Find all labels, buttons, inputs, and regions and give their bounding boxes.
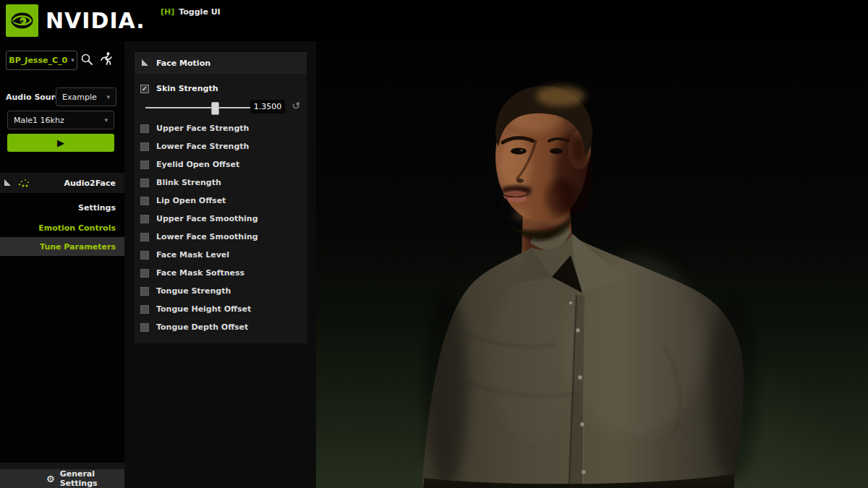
checkbox-checked[interactable]: ✓ — [140, 85, 149, 93]
sidebar-item-tune-parameters[interactable]: Tune Parameters — [0, 237, 124, 256]
sidebar: BP_Jesse_C_0 ▾ Audio Source Example ▾ — [0, 41, 124, 488]
checkbox[interactable] — [140, 233, 149, 241]
skin-strength-slider-row: 1.3500 ↺ — [135, 98, 307, 118]
running-person-icon — [99, 51, 114, 66]
param-label: Tongue Strength — [156, 286, 231, 296]
sidebar-item-emotion-controls[interactable]: Emotion Controls — [0, 218, 124, 237]
checkbox[interactable] — [140, 124, 149, 133]
param-label: Tongue Depth Offset — [156, 322, 248, 332]
slider-thumb[interactable] — [211, 102, 219, 115]
slider-value-field[interactable]: 1.3500 — [250, 100, 285, 114]
search-button[interactable] — [79, 51, 95, 67]
param-row: Tongue Depth Offset — [135, 318, 307, 336]
collapse-triangle-icon — [4, 179, 12, 187]
play-button[interactable]: ▶ — [7, 134, 114, 152]
audio2face-section-header[interactable]: Audio2Face — [0, 173, 124, 193]
checkbox[interactable] — [140, 197, 149, 205]
checkbox[interactable] — [140, 323, 149, 332]
param-row: Tongue Strength — [135, 282, 307, 300]
param-label: Face Mask Level — [156, 250, 229, 260]
play-icon: ▶ — [57, 137, 64, 148]
checkbox[interactable] — [140, 215, 149, 223]
reset-icon[interactable]: ↺ — [292, 100, 300, 111]
param-row: Face Mask Level — [135, 246, 307, 264]
nvidia-logo: NVIDIA. — [6, 4, 145, 37]
sidebar-item-settings[interactable]: Settings — [0, 198, 124, 217]
panel-title: Face Motion — [156, 59, 210, 68]
param-row: Lower Face Strength — [135, 137, 307, 155]
param-label: Face Mask Softness — [156, 268, 244, 278]
toggle-ui-button[interactable]: [H]Toggle UI — [161, 7, 221, 17]
sidebar-bottom-strip — [0, 463, 124, 469]
param-row-skin-strength: ✓ Skin Strength — [135, 80, 307, 98]
preset-dropdown[interactable]: BP_Jesse_C_0 ▾ — [6, 51, 77, 70]
param-row: Blink Strength — [135, 174, 307, 192]
param-row: Upper Face Strength — [135, 119, 307, 137]
face-motion-panel: Face Motion ✓ Skin Strength 1.3500 ↺ Upp… — [135, 52, 307, 343]
preset-value: BP_Jesse_C_0 — [9, 56, 67, 65]
param-label: Upper Face Strength — [156, 124, 249, 133]
checkbox[interactable] — [140, 269, 149, 278]
checkbox[interactable] — [140, 251, 149, 260]
checkbox[interactable] — [140, 305, 149, 314]
app-window: NVIDIA. [H]Toggle UI BP_Jesse_C_0 ▾ — [0, 0, 868, 488]
toggle-ui-label: Toggle UI — [179, 7, 220, 17]
sidebar-item-label: Settings — [78, 203, 116, 213]
checkbox[interactable] — [140, 287, 149, 296]
param-label: Blink Strength — [156, 178, 221, 187]
chevron-down-icon: ▾ — [106, 94, 110, 100]
general-settings-label: General Settings — [60, 469, 124, 488]
collapse-triangle-icon — [142, 59, 149, 67]
character-pose-button[interactable] — [98, 51, 114, 67]
param-label: Lower Face Strength — [156, 142, 249, 151]
param-row: Lip Open Offset — [135, 192, 307, 210]
param-row: Face Mask Softness — [135, 264, 307, 282]
checkbox[interactable] — [140, 160, 149, 169]
viewport-3d[interactable] — [316, 41, 868, 488]
audio2face-particles-icon — [17, 177, 30, 189]
slider-track[interactable] — [145, 107, 251, 108]
param-label: Tongue Height Offset — [156, 304, 251, 314]
parameters-column: Face Motion ✓ Skin Strength 1.3500 ↺ Upp… — [124, 41, 316, 488]
voice-dropdown[interactable]: Male1 16khz ▾ — [7, 111, 114, 129]
checkbox[interactable] — [140, 142, 149, 151]
param-label: Lip Open Offset — [156, 196, 226, 205]
section-title: Audio2Face — [64, 179, 116, 188]
checkbox[interactable] — [140, 179, 149, 187]
face-motion-header[interactable]: Face Motion — [135, 52, 307, 74]
chevron-down-icon: ▾ — [71, 57, 75, 64]
character-render — [316, 41, 868, 488]
param-row: Lower Face Smoothing — [135, 228, 307, 246]
gear-icon: ⚙ — [46, 474, 55, 484]
panel-body: ✓ Skin Strength 1.3500 ↺ Upper Face Stre… — [135, 74, 307, 343]
general-settings-button[interactable]: ⚙ General Settings — [0, 469, 124, 488]
param-label: Skin Strength — [156, 84, 218, 93]
audio-source-dropdown[interactable]: Example ▾ — [56, 87, 116, 106]
search-icon — [80, 53, 93, 66]
audio-source-value: Example — [62, 93, 97, 102]
hotkey-badge: [H] — [161, 7, 174, 17]
param-row: Upper Face Smoothing — [135, 210, 307, 228]
chevron-down-icon: ▾ — [104, 117, 108, 124]
sidebar-item-label: Emotion Controls — [38, 223, 116, 233]
param-row: Eyelid Open Offset — [135, 155, 307, 174]
param-label: Lower Face Smoothing — [156, 232, 258, 241]
param-label: Eyelid Open Offset — [156, 160, 239, 169]
param-row: Tongue Height Offset — [135, 300, 307, 318]
nvidia-eye-icon — [6, 4, 38, 37]
voice-value: Male1 16khz — [14, 116, 64, 125]
sidebar-item-label: Tune Parameters — [40, 242, 116, 252]
param-label: Upper Face Smoothing — [156, 214, 258, 223]
brand-wordmark: NVIDIA. — [46, 8, 145, 33]
top-bar: NVIDIA. [H]Toggle UI — [0, 0, 868, 41]
